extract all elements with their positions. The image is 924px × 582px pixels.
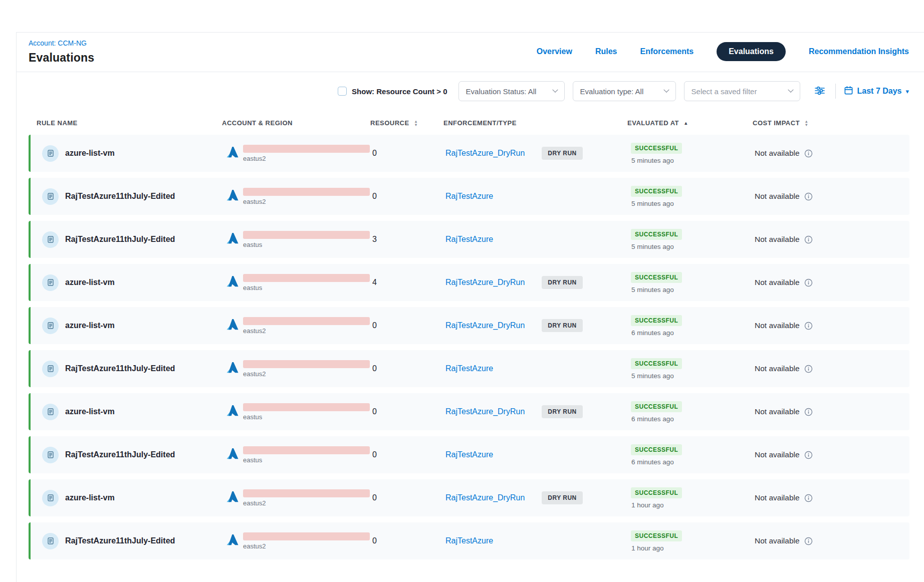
resource-count: 0 (372, 450, 445, 459)
filter-bar: Show: Resource Count > 0 Evaluation Stat… (17, 72, 924, 110)
column-header-resource[interactable]: RESOURCE ▴▾ (370, 119, 443, 127)
enforcement-link[interactable]: RajTestAzure (445, 192, 493, 201)
table-row[interactable]: RajTestAzure11thJuly-Edited eastus 0 Raj… (29, 436, 909, 473)
rule-name: RajTestAzure11thJuly-Edited (65, 235, 175, 244)
table-row[interactable]: azure-list-vm eastus2 0 RajTestAzure_Dry… (29, 135, 909, 172)
evaluation-type-select[interactable]: Evaluation type: All (573, 81, 676, 101)
tab-enforcements[interactable]: Enforcements (640, 47, 694, 56)
redacted-account-name (243, 317, 370, 325)
cost-impact-value: Not available (755, 278, 800, 287)
enforcement-link[interactable]: RajTestAzure (445, 364, 493, 373)
date-range-picker[interactable]: Last 7 Days ▾ (844, 86, 909, 97)
info-icon[interactable] (804, 365, 813, 373)
evaluation-status-value: Evaluation Status: All (466, 87, 537, 96)
azure-icon (225, 188, 240, 205)
azure-icon (225, 403, 240, 420)
tab-overview[interactable]: Overview (537, 47, 572, 56)
evaluated-time: 5 minutes ago (631, 243, 674, 250)
cost-impact-value: Not available (755, 149, 800, 158)
enforcement-link[interactable]: RajTestAzure_DryRun (445, 278, 525, 287)
region-label: eastus (243, 284, 370, 292)
account-info: eastus (243, 403, 370, 421)
info-icon[interactable] (804, 149, 813, 158)
rule-name: azure-list-vm (65, 149, 115, 158)
evaluated-time: 6 minutes ago (631, 329, 674, 337)
column-label: ENFORCEMENT/TYPE (443, 119, 517, 127)
table-row[interactable]: RajTestAzure11thJuly-Edited eastus2 0 Ra… (29, 178, 909, 215)
evaluated-time: 1 hour ago (631, 544, 664, 552)
azure-icon (225, 360, 240, 377)
rule-icon (42, 404, 59, 420)
info-icon[interactable] (804, 451, 813, 459)
dry-run-badge: DRY RUN (542, 276, 583, 289)
region-label: eastus2 (243, 198, 370, 205)
redacted-account-name (243, 403, 370, 411)
info-icon[interactable] (804, 537, 813, 545)
region-label: eastus2 (243, 499, 370, 507)
evaluation-status-select[interactable]: Evaluation Status: All (458, 81, 565, 101)
saved-filter-select[interactable]: Select a saved filter (684, 81, 800, 101)
azure-icon (225, 274, 240, 291)
resource-count-checkbox[interactable] (338, 87, 347, 96)
filter-settings-button[interactable] (812, 84, 827, 99)
table-row[interactable]: azure-list-vm eastus2 0 RajTestAzure_Dry… (29, 479, 909, 516)
evaluated-time: 5 minutes ago (631, 286, 674, 294)
sort-icon: ▴▾ (805, 120, 808, 127)
enforcement-link[interactable]: RajTestAzure (445, 536, 493, 545)
table-row[interactable]: azure-list-vm eastus2 0 RajTestAzure_Dry… (29, 307, 909, 344)
evaluated-time: 6 minutes ago (631, 415, 674, 423)
tab-evaluations[interactable]: Evaluations (717, 42, 786, 61)
column-header-evaluated-at[interactable]: EVALUATED AT ▴ (627, 119, 753, 127)
account-info: eastus2 (243, 188, 370, 205)
rule-icon (42, 490, 59, 506)
info-icon[interactable] (804, 494, 813, 502)
enforcement-link[interactable]: RajTestAzure_DryRun (445, 493, 525, 502)
table-row[interactable]: RajTestAzure11thJuly-Edited eastus2 0 Ra… (29, 350, 909, 387)
table-body: azure-list-vm eastus2 0 RajTestAzure_Dry… (29, 135, 909, 559)
cost-impact-value: Not available (755, 407, 800, 416)
account-breadcrumb[interactable]: Account: CCM-NG (29, 39, 87, 47)
account-info: eastus2 (243, 317, 370, 335)
table-row[interactable]: RajTestAzure11thJuly-Edited eastus2 0 Ra… (29, 522, 909, 559)
rule-icon (42, 318, 59, 334)
resource-count: 0 (372, 407, 445, 416)
enforcement-link[interactable]: RajTestAzure (445, 450, 493, 459)
sort-icon: ▴▾ (415, 120, 417, 127)
enforcement-link[interactable]: RajTestAzure_DryRun (445, 321, 525, 330)
table-row[interactable]: azure-list-vm eastus 0 RajTestAzure_DryR… (29, 393, 909, 430)
info-icon[interactable] (804, 192, 813, 201)
redacted-account-name (243, 188, 370, 196)
resource-count-label: Show: Resource Count > 0 (352, 87, 447, 96)
column-label: EVALUATED AT (627, 119, 679, 127)
rule-icon (42, 231, 59, 248)
enforcement-link[interactable]: RajTestAzure_DryRun (445, 407, 525, 416)
info-icon[interactable] (804, 408, 813, 416)
resource-count: 0 (372, 192, 445, 201)
resource-count-filter[interactable]: Show: Resource Count > 0 (338, 87, 447, 96)
enforcement-link[interactable]: RajTestAzure (445, 235, 493, 244)
info-icon[interactable] (804, 235, 813, 244)
azure-icon (225, 317, 240, 334)
tab-recommendation-insights[interactable]: Recommendation Insights (809, 47, 909, 56)
cost-impact-value: Not available (755, 192, 800, 201)
status-badge: SUCCESSFUL (631, 530, 682, 541)
enforcement-link[interactable]: RajTestAzure_DryRun (445, 149, 525, 158)
redacted-account-name (243, 274, 370, 282)
table-row[interactable]: azure-list-vm eastus 4 RajTestAzure_DryR… (29, 264, 909, 301)
rule-icon (42, 145, 59, 162)
column-label: RESOURCE (370, 119, 409, 127)
tab-rules[interactable]: Rules (595, 47, 617, 56)
region-label: eastus (243, 241, 370, 248)
table-row[interactable]: RajTestAzure11thJuly-Edited eastus 3 Raj… (29, 221, 909, 258)
redacted-account-name (243, 532, 370, 540)
cost-impact-value: Not available (755, 536, 800, 545)
region-label: eastus2 (243, 370, 370, 378)
page-header: Account: CCM-NG Evaluations Overview Rul… (17, 33, 924, 72)
column-label: ACCOUNT & REGION (222, 119, 293, 127)
rule-icon (42, 188, 59, 205)
redacted-account-name (243, 231, 370, 239)
column-header-cost-impact[interactable]: COST IMPACT ▴▾ (753, 119, 909, 127)
info-icon[interactable] (804, 322, 813, 330)
info-icon[interactable] (804, 278, 813, 287)
azure-icon (225, 489, 240, 506)
